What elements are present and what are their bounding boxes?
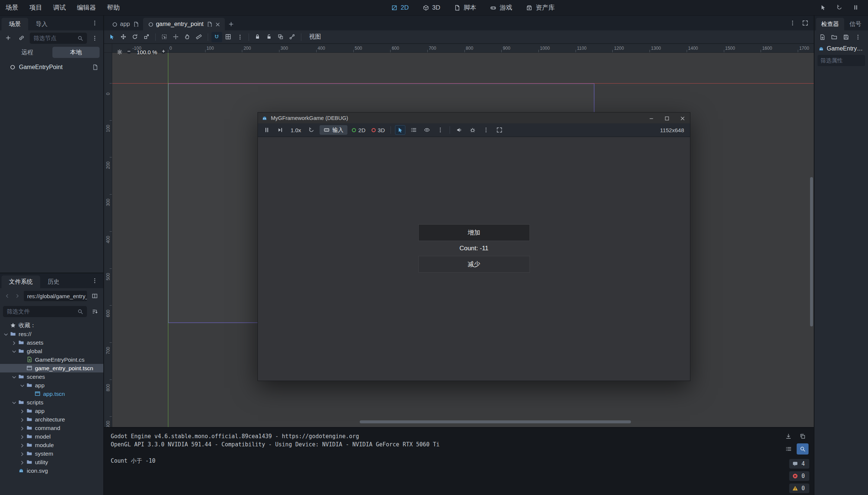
camera-2d-toggle[interactable]: 2D: [350, 127, 367, 133]
tab-import[interactable]: 导入: [28, 18, 55, 30]
message-count-badge[interactable]: 4: [789, 459, 809, 469]
viewport-vertical-scrollbar[interactable]: [810, 177, 813, 326]
tab-signals[interactable]: 信号: [844, 18, 867, 30]
chevron-right-icon[interactable]: [19, 451, 24, 456]
current-path-field[interactable]: res://global/game_entry_p: [24, 291, 87, 301]
view-menu-button[interactable]: 视图: [305, 32, 326, 42]
scene-tab-game-entry-point[interactable]: game_entry_point: [143, 18, 225, 30]
chevron-down-icon[interactable]: [11, 400, 16, 405]
grid-snap-toggle[interactable]: [223, 32, 234, 42]
visibility-button[interactable]: [422, 125, 432, 135]
chevron-down-icon[interactable]: [11, 349, 16, 354]
instance-scene-button[interactable]: [16, 33, 27, 44]
debug-options-button[interactable]: [467, 125, 478, 135]
tab-scene[interactable]: 场景: [1, 18, 28, 30]
fs-item-architecture[interactable]: architecture: [0, 415, 103, 424]
time-scale-label[interactable]: 1.0x: [288, 127, 303, 133]
chevron-down-icon[interactable]: [19, 383, 24, 388]
chevron-right-icon[interactable]: [19, 408, 24, 413]
fs-item-scripts-app[interactable]: app: [0, 407, 103, 415]
chevron-right-icon[interactable]: [19, 426, 24, 430]
chevron-down-icon[interactable]: [11, 374, 16, 379]
pan-tool[interactable]: [182, 32, 193, 42]
filter-files-input[interactable]: 筛选文件: [3, 306, 87, 317]
fs-item-res-root[interactable]: res://: [0, 330, 103, 338]
chevron-right-icon[interactable]: [19, 434, 24, 439]
collapse-messages-icon[interactable]: [783, 443, 794, 455]
center-view-icon[interactable]: [117, 49, 123, 55]
sort-files-icon[interactable]: [89, 306, 100, 317]
fs-item-game-entry-point-tscn[interactable]: game_entry_point.tscn: [0, 364, 103, 372]
chevron-right-icon[interactable]: [11, 340, 16, 345]
lock-selected-button[interactable]: [252, 32, 263, 42]
restart-icon[interactable]: [834, 2, 846, 14]
save-resource-icon[interactable]: [841, 32, 852, 43]
workspace-tab-game[interactable]: 游戏: [486, 2, 517, 13]
game-window-titlebar[interactable]: MyGFrameworkGame (DEBUG): [258, 113, 690, 123]
ruler-tool[interactable]: [194, 32, 204, 42]
inspector-options-icon[interactable]: [852, 32, 864, 43]
vertical-ruler[interactable]: 0100200300400500600700800900: [104, 53, 112, 427]
tab-filesystem[interactable]: 文件系统: [1, 276, 40, 288]
fs-item-system[interactable]: system: [0, 449, 103, 458]
copy-output-icon[interactable]: [797, 431, 809, 442]
suspend-button[interactable]: [262, 125, 272, 135]
increase-button[interactable]: 增加: [418, 224, 530, 241]
menu-project[interactable]: 项目: [24, 0, 48, 15]
rotate-tool[interactable]: [130, 32, 140, 42]
chevron-right-icon[interactable]: [19, 417, 24, 422]
attached-script-icon[interactable]: [92, 64, 98, 70]
snap-options-icon[interactable]: [234, 32, 245, 42]
fs-item-assets[interactable]: assets: [0, 338, 103, 347]
maximize-icon[interactable]: [659, 113, 674, 123]
scene-tree-root-node[interactable]: GameEntryPoint: [0, 61, 103, 74]
fs-item-scenes-app[interactable]: app: [0, 381, 103, 390]
remote-button[interactable]: 远程: [4, 47, 51, 58]
skeleton-options-button[interactable]: [287, 32, 298, 42]
warning-count-badge[interactable]: 0: [789, 483, 809, 493]
pointer-icon[interactable]: [817, 2, 829, 14]
pause-icon[interactable]: [850, 2, 862, 14]
fs-item-command[interactable]: command: [0, 424, 103, 432]
zoom-level[interactable]: 100.0 %: [137, 49, 157, 55]
add-node-button[interactable]: [3, 33, 14, 44]
close-icon[interactable]: [674, 113, 690, 123]
fs-item-gameentrypoint-cs[interactable]: GameEntryPoint.cs: [0, 355, 103, 364]
pivot-tool[interactable]: [171, 32, 181, 42]
smart-snap-toggle[interactable]: [211, 32, 222, 42]
new-scene-tab-button[interactable]: [225, 18, 237, 30]
fs-item-utility[interactable]: utility: [0, 458, 103, 466]
inspected-node-header[interactable]: GameEntryPoint: [814, 44, 868, 53]
scene-tree-options-icon[interactable]: [89, 33, 100, 44]
menu-help[interactable]: 帮助: [101, 0, 125, 15]
minimize-icon[interactable]: [643, 113, 659, 123]
chevron-right-icon[interactable]: [19, 443, 24, 447]
menu-debug[interactable]: 调试: [48, 0, 71, 15]
nav-back-icon[interactable]: [3, 290, 11, 302]
chevron-right-icon[interactable]: [19, 460, 24, 465]
game-window[interactable]: MyGFrameworkGame (DEBUG) 1.0x: [258, 112, 690, 381]
close-icon[interactable]: [215, 22, 220, 27]
fs-item-icon-svg[interactable]: icon.svg: [0, 466, 103, 475]
reset-speed-button[interactable]: [306, 125, 317, 135]
load-resource-icon[interactable]: [829, 32, 840, 43]
fs-item-global[interactable]: global: [0, 347, 103, 355]
horizontal-ruler[interactable]: -100010020030040050060070080090010001100…: [112, 44, 814, 53]
workspace-tab-script[interactable]: 脚本: [450, 2, 481, 13]
unlock-selected-button[interactable]: [264, 32, 275, 42]
menu-editor[interactable]: 编辑器: [71, 0, 101, 15]
nav-forward-icon[interactable]: [13, 290, 22, 302]
node-select-mode-button[interactable]: [395, 125, 405, 135]
scene-tab-menu-icon[interactable]: [787, 17, 798, 29]
viewport-horizontal-scrollbar[interactable]: [360, 420, 631, 423]
list-select-tool[interactable]: [159, 32, 170, 42]
filter-properties-input[interactable]: 筛选属性: [817, 55, 865, 66]
group-selected-button[interactable]: [275, 32, 286, 42]
move-tool[interactable]: [118, 32, 129, 42]
2d-viewport[interactable]: -100010020030040050060070080090010001100…: [104, 44, 814, 427]
split-view-icon[interactable]: [89, 290, 100, 302]
embed-options-icon[interactable]: [481, 125, 491, 135]
scale-tool[interactable]: [141, 32, 152, 42]
next-frame-button[interactable]: [275, 125, 285, 135]
filter-nodes-input[interactable]: 筛选节点: [30, 33, 87, 44]
